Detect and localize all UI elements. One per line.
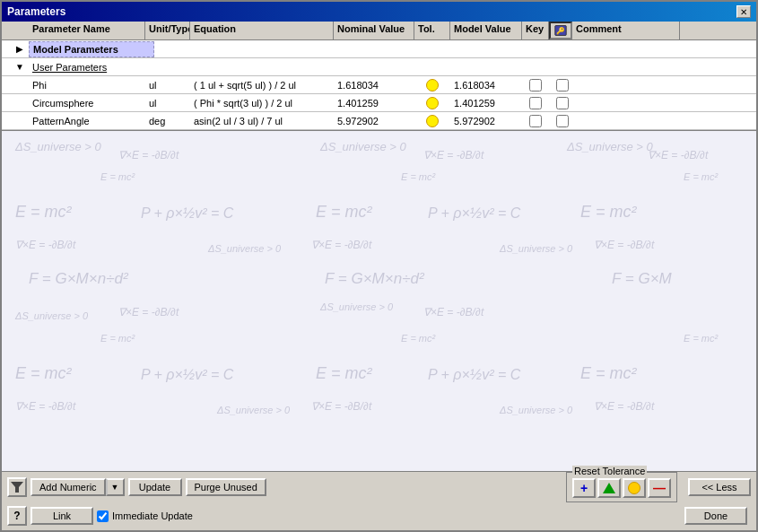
immediate-update-checkbox[interactable] [97,510,109,522]
done-button[interactable]: Done [684,507,747,525]
right-button-group: << Less [688,478,751,496]
param-nominal-phi: 1.618034 [334,78,414,92]
math-expression: ΔS_universe > 0 [500,243,572,254]
filter-icon [11,482,23,493]
col-header-key2: 🔑 [549,22,572,39]
key-icon: 🔑 [554,23,567,38]
param-eq-phi: ( 1 ul + sqrt(5 ul) ) / 2 ul [190,78,334,92]
parameters-window: Parameters ✕ Parameter Name Unit/Type Eq… [0,0,758,532]
col-header-model: Model Value [450,22,522,39]
col-header-equation: Equation [190,22,334,39]
math-expression: P + ρ×½v² = C [141,367,233,383]
table-row[interactable]: Circumsphere ul ( Phi * sqrt(3 ul) ) / 2… [2,94,756,112]
param-unit-circumsphere: ul [145,96,190,110]
row-collapse[interactable]: ▼ [11,62,29,72]
math-expression: P + ρ×½v² = C [428,205,520,222]
tol-green-button[interactable] [597,478,621,498]
math-expression: ΔS_universe > 0 [208,243,281,254]
math-expression: ∇×E = -∂B/∂t [311,239,371,251]
math-expression: ΔS_universe > 0 [320,301,393,312]
param-unit-phi: ul [145,78,190,92]
col-header-key: Key [522,22,549,39]
less-button[interactable]: << Less [688,478,751,496]
key-checkbox-patternangle[interactable] [529,115,542,127]
param-nominal-circumsphere: 1.401259 [334,96,414,110]
math-expression: ΔS_universe > 0 [15,140,101,153]
param-tol-circumsphere [414,95,450,111]
math-expression: E = mc² [401,171,435,182]
row-expand[interactable]: ▶ [11,44,29,54]
math-expression: ΔS_universe > 0 [217,405,290,415]
update-button[interactable]: Update [128,478,182,496]
immediate-update-group: Immediate Update [97,510,193,522]
math-expression: E = mc² [316,364,372,383]
math-background: ΔS_universe > 0∇×E = -∂B/∂tΔS_universe >… [2,131,756,471]
col-header-tol: Tol. [414,22,450,39]
help-button[interactable]: ? [7,506,27,526]
math-expression: E = mc² [100,171,135,182]
param-key-patternangle[interactable] [522,113,549,129]
key2-checkbox-circumsphere[interactable] [556,97,569,109]
bottom-toolbar-row1: Add Numeric ▼ Update Purge Unused Reset … [2,471,756,501]
math-expression: P + ρ×½v² = C [141,205,233,222]
math-expression: E = mc² [684,333,718,344]
key-checkbox-phi[interactable] [529,79,542,92]
col-header-name: Parameter Name [29,22,145,39]
add-numeric-group: Add Numeric ▼ [30,478,125,496]
param-eq-circumsphere: ( Phi * sqrt(3 ul) ) / 2 ul [190,96,334,110]
add-numeric-button[interactable]: Add Numeric [30,478,106,496]
param-key-circumsphere[interactable] [522,95,549,111]
parameter-table: ▶ Model Parameters ▼ User Parameters Phi… [2,40,756,131]
math-expression: ∇×E = -∂B/∂t [118,149,179,161]
minus-icon: — [653,481,666,495]
param-name-circumsphere: Circumsphere [29,96,145,110]
tol-indicator-patternangle [426,115,439,127]
math-expression: E = mc² [684,171,718,182]
key2-checkbox-phi[interactable] [556,79,569,92]
key2-checkbox-patternangle[interactable] [556,115,569,127]
title-bar: Parameters ✕ [2,2,756,22]
table-row[interactable]: PatternAngle deg asin(2 ul / 3 ul) / 7 u… [2,112,756,130]
tol-minus-button[interactable]: — [648,478,671,498]
math-expression: F = G×M×n÷d² [325,270,424,288]
math-expression: ΔS_universe > 0 [15,310,88,321]
triangle-icon [603,483,615,493]
plus-icon: + [580,481,588,495]
param-name-patternangle: PatternAngle [29,114,145,128]
col-header-comment: Comment [572,22,680,39]
math-expression: E = mc² [580,364,637,383]
group-user-label: User Parameters [29,60,145,74]
param-key2-circumsphere[interactable] [549,95,576,111]
param-model-circumsphere: 1.401259 [450,96,522,110]
filter-button[interactable] [7,477,27,497]
purge-unused-button[interactable]: Purge Unused [186,478,266,496]
reset-tolerance-group: Reset Tolerance + — [566,472,677,502]
math-expression: ∇×E = -∂B/∂t [118,306,179,318]
link-button[interactable]: Link [30,507,93,525]
param-key-phi[interactable] [522,77,549,93]
group-model-label: Model Parameters [29,41,154,57]
param-key2-patternangle[interactable] [549,113,576,129]
param-tol-phi [414,77,450,93]
math-expression: F = G×M [612,270,672,288]
close-button[interactable]: ✕ [736,5,751,18]
immediate-update-label: Immediate Update [112,510,193,521]
bottom-toolbar-row2: ? Link Immediate Update Done [2,501,756,530]
tol-plus-button[interactable]: + [572,478,596,498]
add-numeric-dropdown[interactable]: ▼ [106,478,125,496]
math-expression: ∇×E = -∂B/∂t [423,149,484,161]
param-comment-patternangle [576,119,684,123]
param-eq-patternangle: asin(2 ul / 3 ul) / 7 ul [190,114,334,128]
math-expression: ΔS_universe > 0 [567,140,653,153]
col-header-unit: Unit/Type [145,22,190,39]
math-expression: E = mc² [316,203,372,222]
math-expression: ∇×E = -∂B/∂t [423,306,484,318]
math-expression: ∇×E = -∂B/∂t [15,400,75,413]
param-key2-phi[interactable] [549,77,576,93]
key-checkbox-circumsphere[interactable] [529,97,542,109]
table-row: ▼ User Parameters [2,58,756,76]
math-expression: ΔS_universe > 0 [500,405,572,415]
tol-yellow-button[interactable] [623,478,646,498]
reset-tol-buttons: + — [572,478,671,498]
table-row[interactable]: Phi ul ( 1 ul + sqrt(5 ul) ) / 2 ul 1.61… [2,76,756,94]
